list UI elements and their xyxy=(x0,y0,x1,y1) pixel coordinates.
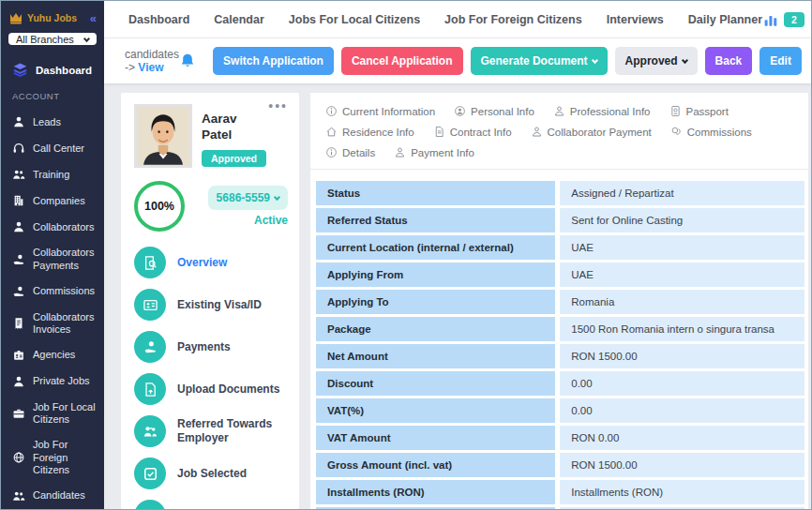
generate-document-button[interactable]: Generate Document xyxy=(471,47,608,75)
menu-item-payments[interactable]: Payments xyxy=(134,331,288,363)
content-area: ••• xyxy=(104,83,811,509)
file-icon xyxy=(433,126,445,138)
user-circle-icon xyxy=(454,105,466,117)
active-state-label: Active xyxy=(254,214,288,227)
sidebar: Yuhu Jobs « All Branches Dashboard ACCOU… xyxy=(1,1,104,509)
sidebar-item-collaborators[interactable]: Collaborators xyxy=(1,214,104,240)
table-row: VAT(%)0.00 xyxy=(316,398,804,423)
sidebar-dashboard-label: Dashboard xyxy=(36,65,92,76)
person-icon xyxy=(12,115,25,128)
tab-residence-info[interactable]: Residence Info xyxy=(325,126,414,138)
top-nav: Dashboard Calendar Jobs For Local Citize… xyxy=(128,13,762,26)
sidebar-item-commissions[interactable]: Commissions xyxy=(1,278,104,305)
tab-collaborator-payment[interactable]: Collaborator Payment xyxy=(531,126,652,138)
sidebar-item-candidates[interactable]: Candidates xyxy=(1,483,104,509)
coins-icon xyxy=(670,126,683,138)
nav-jobs-local[interactable]: Jobs For Local Citizens xyxy=(289,13,420,26)
menu-item-upload-documents[interactable]: Upload Documents xyxy=(134,373,288,405)
sidebar-item-dashboard[interactable]: Dashboard xyxy=(1,54,104,87)
bell-icon[interactable] xyxy=(179,52,196,69)
chevron-down-icon xyxy=(592,57,598,64)
sidebar-item-call-center[interactable]: Call Center xyxy=(1,135,104,161)
notification-count-badge[interactable]: 2 xyxy=(784,12,804,27)
tab-professional-info[interactable]: Professional Info xyxy=(553,105,651,117)
sidebar-collapse-icon[interactable]: « xyxy=(90,11,97,25)
info-table: StatusAssigned / Repartizat Referred Sta… xyxy=(310,170,808,509)
passport-icon xyxy=(669,105,682,117)
sidebar-item-collaborators-payments[interactable]: Collaborators Payments xyxy=(1,240,104,278)
candidate-code-dropdown[interactable]: 5686-5559 xyxy=(208,186,288,210)
table-row: Gross Amount (incl. vat)RON 1500.00 xyxy=(316,453,804,477)
menu-item-got-offer-letter[interactable]: Got Offer Letter xyxy=(134,500,288,509)
doc-search-icon xyxy=(134,247,166,278)
candidate-photo xyxy=(134,104,192,168)
chart-bars-icon[interactable] xyxy=(762,11,779,28)
user-pay-icon xyxy=(394,146,406,158)
table-row: Installments (RON)Installments (RON) xyxy=(316,480,804,504)
job-check-icon xyxy=(134,458,166,489)
people-icon xyxy=(12,168,25,181)
table-row: Net AmountRON 1500.00 xyxy=(316,344,804,368)
menu-item-overview[interactable]: Overview xyxy=(134,247,288,278)
nav-jobs-foreign[interactable]: Job For Foreign Citizens xyxy=(444,13,582,26)
offer-mail-icon xyxy=(134,500,166,509)
nav-daily-planner[interactable]: Daily Planner xyxy=(688,13,762,26)
menu-item-existing-visa-id[interactable]: Existing Visa/ID xyxy=(134,289,288,321)
tab-current-information[interactable]: Current Information xyxy=(325,105,435,117)
tab-contract-info[interactable]: Contract Info xyxy=(433,126,512,138)
briefcase-icon xyxy=(12,407,25,420)
sidebar-item-job-foreign-citizens[interactable]: Job For Foreign Citizens xyxy=(1,432,104,483)
sidebar-item-collaborators-invoices[interactable]: Collaborators Invoices xyxy=(1,305,104,342)
table-row: VAT AmountRON 0.00 xyxy=(316,426,804,450)
profile-meta: Aarav Patel Approved xyxy=(202,104,266,168)
table-row: Discount0.00 xyxy=(316,371,804,396)
tab-payment-info[interactable]: Payment Info xyxy=(394,146,474,158)
nav-dashboard[interactable]: Dashboard xyxy=(128,13,189,26)
table-row: Exchange Rate0.81 on 24/08/2023 xyxy=(316,507,804,509)
top-header: Dashboard Calendar Jobs For Local Citize… xyxy=(104,1,811,38)
tab-passport[interactable]: Passport xyxy=(669,105,729,117)
more-options-icon[interactable]: ••• xyxy=(268,102,288,110)
approved-dropdown-button[interactable]: Approved xyxy=(615,47,698,75)
nav-calendar[interactable]: Calendar xyxy=(214,13,264,26)
header-right: 2 Hi, Shukaib xyxy=(762,8,812,31)
breadcrumb-view-link[interactable]: View xyxy=(138,61,163,74)
menu-item-referred-towards-employer[interactable]: Referred Towards Employer xyxy=(134,415,288,447)
app-window: Yuhu Jobs « All Branches Dashboard ACCOU… xyxy=(0,0,812,510)
candidate-profile-card: ••• xyxy=(121,93,299,509)
hand-coin-icon xyxy=(12,285,25,298)
invoice-icon xyxy=(12,317,25,330)
menu-item-job-selected[interactable]: Job Selected xyxy=(134,458,288,489)
tab-details[interactable]: Details xyxy=(325,146,375,158)
sidebar-item-training[interactable]: Training xyxy=(1,161,104,188)
code-column: 5686-5559 Active xyxy=(198,186,288,227)
sidebar-item-companies[interactable]: Companies xyxy=(1,188,104,214)
tab-personal-info[interactable]: Personal Info xyxy=(454,105,534,117)
sidebar-item-job-local-citizens[interactable]: Job For Local Citizens xyxy=(1,395,104,432)
table-row: Package1500 Ron Romania intern o singura… xyxy=(316,317,804,341)
back-button[interactable]: Back xyxy=(705,47,753,75)
hand-coin-icon xyxy=(12,253,25,266)
tab-commissions[interactable]: Commissions xyxy=(670,126,752,138)
main-area: Dashboard Calendar Jobs For Local Citize… xyxy=(104,1,811,509)
user-icon xyxy=(553,105,565,117)
branch-select[interactable]: All Branches xyxy=(8,33,97,45)
sidebar-item-private-jobs[interactable]: Private Jobs xyxy=(1,368,104,395)
crown-logo-icon xyxy=(8,10,23,25)
sidebar-item-leads[interactable]: Leads xyxy=(1,109,104,135)
info-tabs: Current Information Personal Info Profes… xyxy=(310,93,808,170)
profile-menu: Overview Existing Visa/ID Payments Uploa… xyxy=(134,247,288,509)
doc-upload-icon xyxy=(134,373,166,405)
profile-header: Aarav Patel Approved xyxy=(134,104,288,168)
cancel-application-button[interactable]: Cancel Application xyxy=(341,47,463,75)
switch-application-button[interactable]: Switch Application xyxy=(213,47,334,75)
layers-icon xyxy=(12,62,28,78)
chevron-down-icon xyxy=(83,36,90,42)
sidebar-item-agencies[interactable]: Agencies xyxy=(1,342,104,368)
logo: Yuhu Jobs « xyxy=(1,8,104,31)
edit-button[interactable]: Edit xyxy=(759,47,802,75)
action-buttons: Switch Application Cancel Application Ge… xyxy=(179,47,802,75)
info-icon xyxy=(325,105,338,117)
nav-interviews[interactable]: Interviews xyxy=(607,13,664,26)
headset-icon xyxy=(12,142,25,155)
